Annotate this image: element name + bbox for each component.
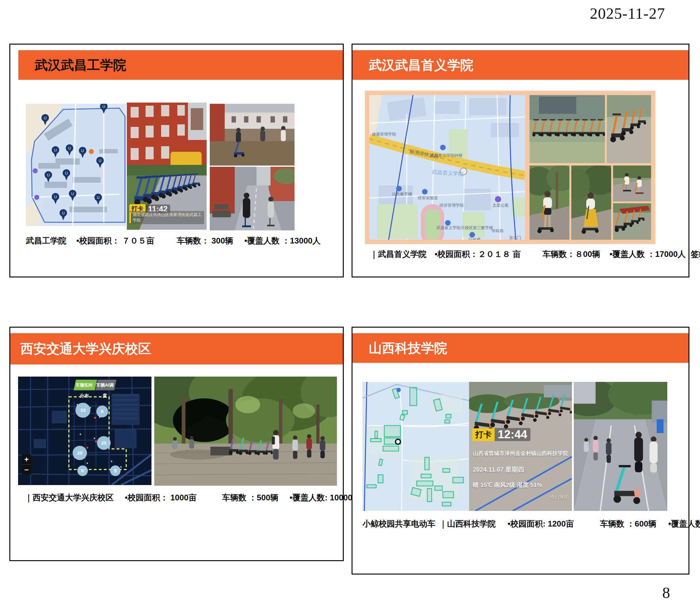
panel-wuchang-institute: 武汉武昌工学院: [9, 44, 344, 278]
svg-text:U: U: [65, 171, 68, 176]
campus-name: 武昌工学院: [26, 235, 66, 246]
zoom-out-icon: −: [22, 465, 31, 475]
panel3-caption: ｜西安交通大学兴庆校区 •校园面积： 1000亩 车辆数 ：500辆 •覆盖人数…: [25, 492, 352, 503]
panel2-photo-two-riders: [613, 165, 651, 202]
svg-text:健康管理学院: 健康管理学院: [372, 132, 396, 136]
coverage-count: •覆盖人数 ：17000人: [610, 249, 686, 260]
svg-text:U: U: [99, 159, 102, 163]
svg-text:5: 5: [114, 468, 117, 473]
svg-text:行政楼: 行政楼: [468, 237, 481, 240]
photo-graphic: [210, 167, 294, 230]
svg-text:33: 33: [80, 407, 86, 413]
panel3-campus-photo: [154, 376, 337, 486]
svg-text:华科路: 华科路: [491, 228, 504, 233]
slide-page: 2025-11-27 武汉武昌工学院: [0, 0, 700, 611]
checkin-weather: 晴 15℃ 南风2级 湿度 51%: [473, 481, 542, 489]
panel4-checkin-photo: 打卡 12:44 山西省晋城市泽州县金村镇山西科技学院 2024.11.07 星…: [469, 382, 572, 511]
panel1-scooter-row-photo: 打卡 11:42 湖北省武汉市洪山区张家湾街道武昌工学院: [127, 103, 207, 230]
svg-text:经管实验室: 经管实验室: [417, 195, 438, 200]
panel2-campus-map-image: 健康管理学院 武昌首义学院钟楼 11号教学楼 经管实验室 经济管理学院 文星公寓…: [369, 95, 525, 240]
panel-shanxi-tech: 山西科技学院: [352, 327, 689, 575]
svg-text:经济管理学院: 经济管理学院: [439, 203, 464, 208]
brand-name: 小鲸校园共享电动车: [363, 518, 436, 529]
photo-graphic: [469, 382, 572, 511]
svg-text:U: U: [47, 173, 50, 177]
panel2-collage: 健康管理学院 武昌首义学院钟楼 11号教学楼 经管实验室 经济管理学院 文星公寓…: [365, 91, 655, 244]
panel2-photo-scooter-rack: [613, 203, 651, 240]
checkin-label: 打卡: [472, 428, 494, 441]
panel1-title: 武汉武昌工学院: [18, 50, 343, 80]
svg-text:11号教学楼: 11号教学楼: [392, 192, 412, 196]
ai-dispatch-button: 车辆AI调度: [95, 380, 116, 390]
photo-graphic: [210, 104, 294, 165]
watermark-label: 今日水印: [550, 494, 569, 500]
panel-shouyi-college: 武汉武昌首义学院: [352, 44, 689, 278]
campus-name: ｜西安交通大学兴庆校区: [25, 492, 113, 503]
panel1-header: 武汉武昌工学院: [18, 50, 343, 80]
vehicle-count: 车辆数： 300辆: [177, 235, 233, 246]
zoom-in-icon: +: [22, 454, 31, 464]
svg-text:20: 20: [77, 450, 82, 456]
panel4-caption: 小鲸校园共享电动车 ｜山西科技学院 •校园面积: 1200亩 车辆数 ：600辆…: [363, 518, 700, 529]
checkin-date: 2024.11.07 星期四: [473, 465, 524, 474]
coverage-count: •覆盖人数: 10000: [290, 492, 352, 503]
svg-text:U: U: [81, 149, 84, 153]
campus-name: ｜武昌首义学院: [370, 249, 426, 260]
svg-text:U: U: [68, 146, 71, 151]
vehicle-count: 车辆数 ：600辆: [600, 518, 656, 529]
panel2-photo-scooter-close: [607, 95, 651, 163]
panel2-photo-rider-2: [571, 165, 611, 240]
map-graphic: [363, 382, 469, 511]
svg-text:U: U: [62, 211, 65, 215]
coverage-count: •覆盖人数 ：13000人: [244, 235, 321, 246]
checkin-address: 湖北省武汉市洪山区张家湾街道武昌工学院: [130, 211, 204, 224]
map-graphic: 健康管理学院 武昌首义学院钟楼 11号教学楼 经管实验室 经济管理学院 文星公寓…: [369, 95, 525, 240]
photo-graphic: [574, 382, 667, 511]
svg-text:U: U: [71, 192, 74, 196]
svg-text:U: U: [54, 195, 57, 199]
vehicle-count: 车辆数：８00辆: [543, 249, 600, 260]
panel4-title: 山西科技学院: [352, 333, 688, 363]
checkin-time: 12:44: [494, 428, 531, 441]
panel2-title: 武汉武昌首义学院: [352, 50, 688, 80]
checkin-address: 山西省晋城市泽州县金村镇山西科技学院: [473, 450, 568, 457]
map-graphic: U U U U U U U U U U U U: [26, 104, 126, 226]
panel2-photo-scooter-line: [530, 95, 605, 163]
svg-text:文星公寓: 文星公寓: [492, 203, 508, 208]
checkin-badge: 打卡 12:44: [472, 428, 531, 441]
panel3-header: 西安交通大学兴庆校区: [10, 333, 343, 364]
panel4-header: 山西科技学院: [352, 333, 688, 363]
panel4-parking-map-image: [363, 382, 469, 511]
panel3-title: 西安交通大学兴庆校区: [10, 333, 343, 364]
campus-name: ｜山西科技学院: [439, 518, 496, 529]
campus-area: •校园面积： ７０５亩: [76, 235, 154, 246]
vehicle-count: 车辆数 ：500辆: [222, 492, 279, 503]
svg-text:U: U: [97, 195, 100, 200]
contract-period: 签约周期: 5年: [691, 249, 700, 260]
svg-text:U: U: [103, 104, 105, 109]
stadium: [421, 204, 444, 240]
panel2-photo-rider-1: [530, 165, 569, 240]
panel1-caption: 武昌工学院 •校园面积： ７０５亩 车辆数： 300辆 •覆盖人数 ：13000…: [26, 235, 408, 246]
campus-area: •校园面积: 1200亩: [507, 518, 574, 529]
panel-xjtu-xingqing: 西安交通大学兴庆校区: [9, 327, 344, 561]
svg-text:8: 8: [101, 409, 104, 414]
photo-graphic: [154, 376, 337, 486]
campus-area: •校园面积：２０１８ 亩: [435, 249, 520, 260]
coverage-count: •覆盖人数: 9000: [668, 518, 700, 529]
panel3-dispatch-map-image: 33 8 25 20 6 5 车辆实时分布 车辆AI调度 + −: [18, 376, 151, 485]
page-date: 2025-11-27: [590, 4, 665, 23]
svg-text:6: 6: [81, 468, 84, 473]
svg-text:25: 25: [101, 440, 107, 446]
panel2-header: 武汉武昌首义学院: [352, 50, 688, 80]
svg-text:武昌首义学院北校区第三教学楼: 武昌首义学院北校区第三教学楼: [436, 225, 493, 230]
panel2-caption: ｜武昌首义学院 •校园面积：２０１８ 亩 车辆数：８00辆 •覆盖人数 ：170…: [370, 249, 700, 260]
svg-text:U: U: [44, 116, 47, 120]
svg-text:U: U: [54, 148, 57, 152]
panel4-road-photo: [574, 382, 667, 511]
map-zoom-control: + −: [22, 454, 31, 475]
campus-area: •校园面积： 1000亩: [125, 492, 196, 503]
svg-text:东北门: 东北门: [509, 235, 521, 240]
panel1-street-riding-photo: [210, 167, 294, 230]
realtime-distribution-button: 车辆实时分布: [74, 380, 97, 390]
